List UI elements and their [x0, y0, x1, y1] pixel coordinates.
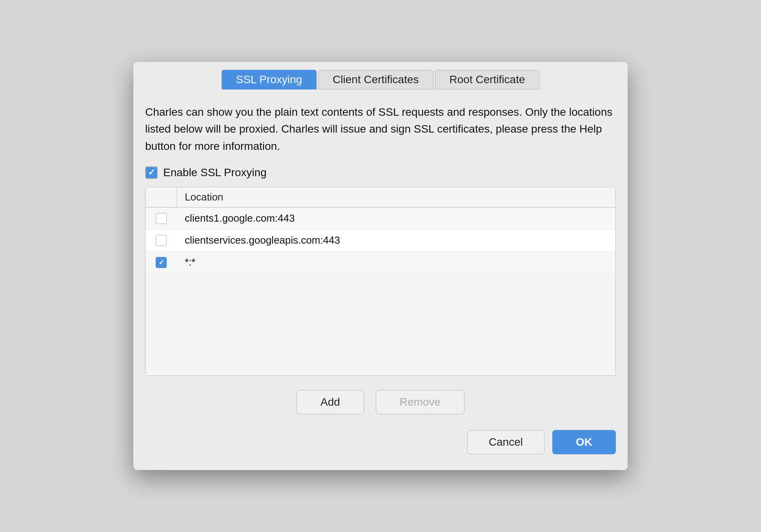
tab-root-certificate[interactable]: Root Certificate: [435, 70, 540, 89]
row-3-checkbox[interactable]: ✓: [156, 257, 167, 268]
row-3-checkbox-cell: ✓: [146, 257, 177, 268]
enable-ssl-proxying-checkbox[interactable]: ✓: [145, 166, 158, 179]
add-button[interactable]: Add: [297, 390, 364, 414]
table-header: Location: [146, 187, 615, 208]
tab-bar: SSL Proxying Client Certificates Root Ce…: [133, 62, 628, 89]
row-2-location: clientservices.googleapis.com:443: [177, 234, 615, 246]
enable-ssl-proxying-label: Enable SSL Proxying: [163, 166, 267, 179]
locations-table: Location clients1.google.com:443 clients…: [145, 187, 616, 376]
row-1-checkbox-cell: [146, 213, 177, 224]
checkmark-icon: ✓: [148, 168, 155, 177]
dialog-actions: Cancel OK: [145, 430, 616, 454]
row-3-location: *:*: [177, 256, 615, 268]
row-1-checkbox[interactable]: [156, 213, 167, 224]
description-text: Charles can show you the plain text cont…: [145, 104, 616, 155]
row-1-location: clients1.google.com:443: [177, 212, 615, 224]
row-2-checkbox[interactable]: [156, 235, 167, 246]
enable-ssl-proxying-row: ✓ Enable SSL Proxying: [145, 166, 616, 179]
ok-button[interactable]: OK: [552, 430, 616, 454]
table-row: ✓ *:*: [146, 251, 615, 273]
col-checkbox-header: [146, 187, 177, 207]
cancel-button[interactable]: Cancel: [467, 430, 544, 454]
add-remove-buttons: Add Remove: [133, 390, 628, 414]
row-2-checkbox-cell: [146, 235, 177, 246]
remove-button[interactable]: Remove: [376, 390, 464, 414]
tab-ssl-proxying[interactable]: SSL Proxying: [222, 70, 317, 89]
col-location-header: Location: [177, 191, 615, 203]
ssl-proxying-dialog: SSL Proxying Client Certificates Root Ce…: [133, 62, 628, 470]
table-row: clients1.google.com:443: [146, 208, 615, 230]
tab-client-certificates[interactable]: Client Certificates: [318, 70, 433, 89]
row-3-checkmark-icon: ✓: [158, 258, 164, 267]
table-row: clientservices.googleapis.com:443: [146, 230, 615, 251]
table-empty-area: [146, 273, 615, 375]
